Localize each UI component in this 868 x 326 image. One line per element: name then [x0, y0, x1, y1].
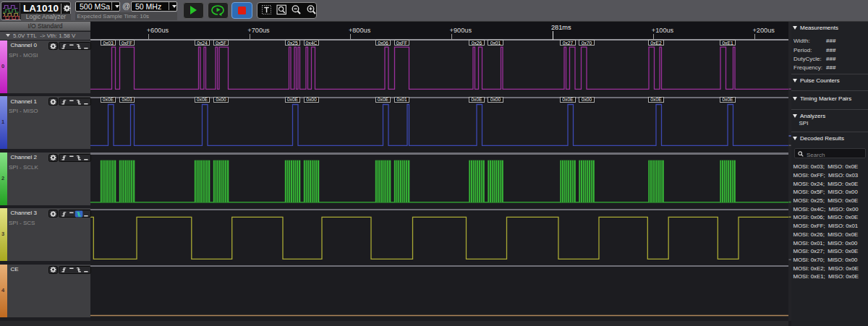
svg-text:0x00: 0x00	[216, 97, 226, 102]
svg-text:0xFF: 0xFF	[396, 40, 407, 46]
svg-text:0x0E: 0x0E	[197, 97, 208, 102]
svg-text:0x27: 0x27	[563, 40, 574, 46]
svg-text:0x0E: 0x0E	[562, 97, 574, 102]
svg-text:0x24: 0x24	[197, 40, 208, 46]
svg-text:+100us: +100us	[652, 27, 674, 34]
svg-text:0x5F: 0x5F	[216, 40, 226, 46]
svg-text:0x26: 0x26	[472, 40, 482, 46]
svg-text:0x06: 0x06	[378, 40, 388, 46]
svg-text:0x01: 0x01	[490, 40, 501, 46]
svg-text:0x0E: 0x0E	[650, 97, 662, 102]
svg-text:+600us: +600us	[147, 27, 169, 34]
svg-text:0x0E: 0x0E	[471, 97, 482, 102]
svg-text:0x0E: 0x0E	[103, 97, 114, 102]
svg-text:0xE2: 0xE2	[650, 40, 662, 46]
svg-text:0x00: 0x00	[582, 97, 592, 102]
svg-text:0x00: 0x00	[306, 97, 317, 102]
svg-text:0x25: 0x25	[287, 40, 298, 46]
svg-text:0x03: 0x03	[122, 97, 132, 102]
svg-text:0x0E: 0x0E	[287, 97, 299, 102]
svg-text:+800us: +800us	[349, 27, 371, 34]
svg-text:0x4C: 0x4C	[306, 40, 318, 46]
svg-text:+200us: +200us	[753, 27, 775, 34]
svg-text:0xE1: 0xE1	[722, 40, 733, 46]
svg-text:0x0E: 0x0E	[722, 97, 733, 102]
svg-text:0x70: 0x70	[582, 40, 592, 46]
svg-text:0x0E: 0x0E	[378, 97, 389, 102]
svg-text:0xFF: 0xFF	[122, 40, 132, 46]
svg-text:0x03: 0x03	[103, 40, 114, 46]
svg-text:0x01: 0x01	[396, 97, 407, 102]
svg-text:0x00: 0x00	[490, 97, 501, 102]
svg-text:281ms: 281ms	[551, 24, 571, 31]
svg-text:+900us: +900us	[450, 27, 472, 34]
svg-text:+700us: +700us	[247, 27, 270, 34]
